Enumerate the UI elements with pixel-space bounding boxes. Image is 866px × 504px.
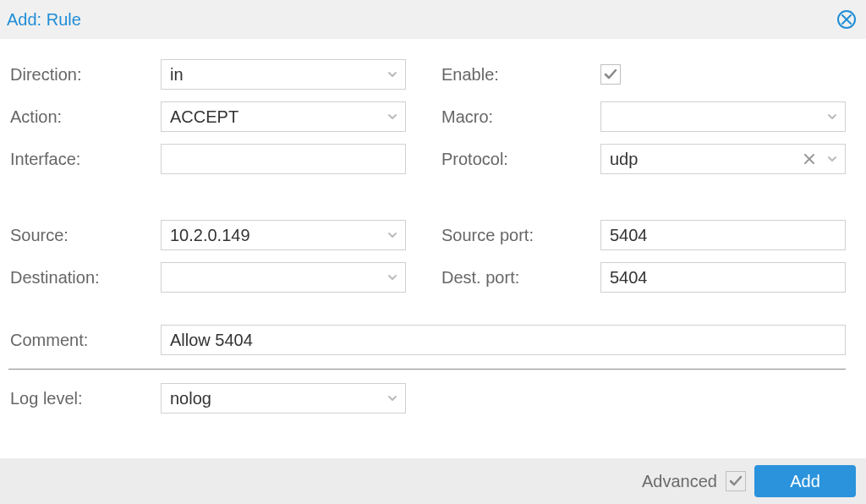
clear-icon xyxy=(804,154,814,164)
advanced-label: Advanced xyxy=(642,472,717,491)
comment-input[interactable] xyxy=(170,331,836,350)
protocol-value: udp xyxy=(610,150,638,169)
action-label: Action: xyxy=(8,107,161,127)
enable-checkbox[interactable] xyxy=(600,64,621,85)
close-icon xyxy=(841,14,852,25)
dest-port-label: Dest. port: xyxy=(440,268,600,288)
check-icon xyxy=(728,474,743,489)
section-divider xyxy=(8,369,846,370)
source-value: 10.2.0.149 xyxy=(170,226,250,245)
direction-select[interactable]: in xyxy=(161,59,406,90)
dialog-body: Direction: in Enable: Action: ACCEPT xyxy=(0,39,866,458)
source-select[interactable]: 10.2.0.149 xyxy=(161,220,406,250)
protocol-label: Protocol: xyxy=(440,150,600,169)
chevron-down-icon xyxy=(386,271,398,283)
interface-label: Interface: xyxy=(8,150,161,169)
close-button[interactable] xyxy=(837,10,856,29)
interface-input-wrap[interactable] xyxy=(161,144,406,174)
comment-input-wrap[interactable] xyxy=(161,325,846,355)
log-level-select[interactable]: nolog xyxy=(161,383,406,414)
action-value: ACCEPT xyxy=(170,107,238,127)
destination-label: Destination: xyxy=(8,268,161,288)
source-trigger[interactable] xyxy=(380,221,405,249)
dialog-title: Add: Rule xyxy=(7,10,81,30)
source-port-input-wrap[interactable] xyxy=(600,220,846,250)
macro-trigger[interactable] xyxy=(819,102,845,131)
log-level-value: nolog xyxy=(170,389,211,408)
chevron-down-icon xyxy=(386,111,398,123)
protocol-select[interactable]: udp xyxy=(600,144,846,174)
destination-select[interactable] xyxy=(161,262,406,293)
macro-select[interactable] xyxy=(600,101,846,132)
protocol-clear[interactable] xyxy=(799,145,819,173)
action-select[interactable]: ACCEPT xyxy=(161,101,406,132)
chevron-down-icon xyxy=(386,68,398,80)
dest-port-input-wrap[interactable] xyxy=(600,262,846,293)
source-port-label: Source port: xyxy=(440,226,600,245)
log-level-trigger[interactable] xyxy=(380,384,405,413)
enable-label: Enable: xyxy=(440,65,600,85)
chevron-down-icon xyxy=(826,111,838,123)
protocol-trigger[interactable] xyxy=(819,145,845,173)
enable-cell xyxy=(600,64,846,85)
chevron-down-icon xyxy=(386,229,398,241)
check-icon xyxy=(603,67,618,82)
chevron-down-icon xyxy=(826,153,838,165)
interface-input[interactable] xyxy=(170,150,397,169)
titlebar: Add: Rule xyxy=(0,0,866,39)
source-port-input[interactable] xyxy=(610,226,836,245)
direction-value: in xyxy=(170,65,184,85)
log-level-label: Log level: xyxy=(8,389,161,408)
action-trigger[interactable] xyxy=(380,102,405,131)
advanced-checkbox[interactable] xyxy=(726,471,746,491)
macro-label: Macro: xyxy=(440,107,600,127)
chevron-down-icon xyxy=(386,392,398,404)
add-rule-dialog: Add: Rule Direction: in Enable: xyxy=(0,0,866,504)
destination-trigger[interactable] xyxy=(380,263,405,292)
comment-label: Comment: xyxy=(8,331,161,350)
direction-trigger[interactable] xyxy=(380,60,405,89)
dialog-footer: Advanced Add xyxy=(0,458,866,504)
add-button[interactable]: Add xyxy=(754,465,856,497)
direction-label: Direction: xyxy=(8,65,161,85)
dest-port-input[interactable] xyxy=(610,268,836,288)
add-button-label: Add xyxy=(790,472,820,491)
source-label: Source: xyxy=(8,226,161,245)
